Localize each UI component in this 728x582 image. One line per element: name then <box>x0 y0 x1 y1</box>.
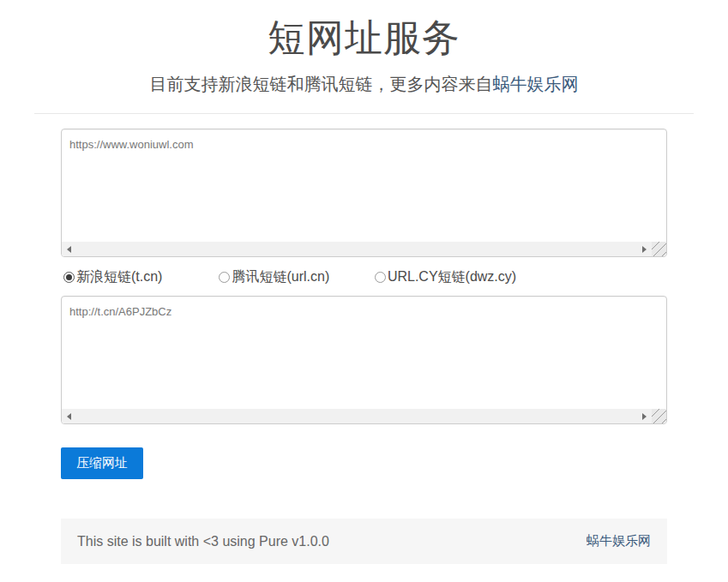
compress-url-button[interactable]: 压缩网址 <box>61 447 143 479</box>
scrollbar-track[interactable] <box>76 409 637 423</box>
resize-grip-icon[interactable] <box>652 409 666 423</box>
radio-urlcy-label: URL.CY短链(dwz.cy) <box>388 269 516 284</box>
radio-tencent[interactable] <box>219 272 230 283</box>
scrollbar-track[interactable] <box>76 242 637 256</box>
scroll-right-icon[interactable] <box>637 242 652 256</box>
main-content: https://www.woniuwl.com 新浪短链(t.cn) 腾讯短链(… <box>61 129 667 564</box>
subtitle-site-link[interactable]: 蜗牛娱乐网 <box>493 75 579 93</box>
radio-sina-label: 新浪短链(t.cn) <box>76 269 162 284</box>
footer-site-link[interactable]: 蜗牛娱乐网 <box>587 533 651 549</box>
horizontal-scrollbar[interactable] <box>62 409 666 423</box>
radio-group-urlcy[interactable]: URL.CY短链(dwz.cy) <box>375 268 516 286</box>
page-title: 短网址服务 <box>0 14 728 61</box>
short-url-textarea[interactable]: http://t.cn/A6PJZbCz <box>61 296 667 424</box>
radio-tencent-label: 腾讯短链(url.cn) <box>232 269 329 284</box>
radio-group-sina[interactable]: 新浪短链(t.cn) <box>63 268 215 286</box>
page-header: 短网址服务 目前支持新浪短链和腾讯短链，更多内容来自蜗牛娱乐网 <box>0 0 728 96</box>
scroll-right-icon[interactable] <box>637 409 652 423</box>
short-url-value[interactable]: http://t.cn/A6PJZbCz <box>62 297 666 409</box>
long-url-value[interactable]: https://www.woniuwl.com <box>62 129 666 242</box>
resize-grip-icon[interactable] <box>652 242 666 256</box>
shortener-options: 新浪短链(t.cn) 腾讯短链(url.cn) URL.CY短链(dwz.cy) <box>61 268 667 286</box>
page-footer: This site is built with <3 using Pure v1… <box>61 519 667 564</box>
scroll-left-icon[interactable] <box>62 242 76 256</box>
header-divider <box>34 113 694 114</box>
long-url-textarea[interactable]: https://www.woniuwl.com <box>61 129 667 257</box>
footer-credit-text: This site is built with <3 using Pure v1… <box>77 534 329 549</box>
radio-sina[interactable] <box>63 272 75 283</box>
page-subtitle: 目前支持新浪短链和腾讯短链，更多内容来自蜗牛娱乐网 <box>0 73 728 96</box>
scroll-left-icon[interactable] <box>62 409 76 423</box>
radio-group-tencent[interactable]: 腾讯短链(url.cn) <box>219 268 370 286</box>
horizontal-scrollbar[interactable] <box>62 242 666 256</box>
subtitle-text: 目前支持新浪短链和腾讯短链，更多内容来自 <box>150 75 493 93</box>
radio-urlcy[interactable] <box>375 272 386 283</box>
